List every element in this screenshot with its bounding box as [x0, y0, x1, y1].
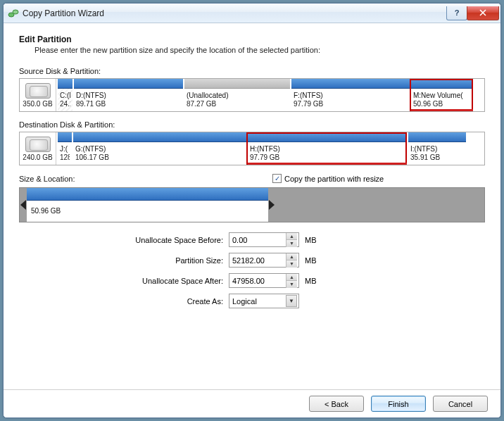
source-diskbar: 350.0 GB C:(N24.26D:(NTFS)89.71 GB(Unall… — [19, 78, 485, 112]
partition-header — [291, 79, 410, 89]
partition-body: H:(NTFS)97.79 GB — [248, 142, 407, 165]
after-field[interactable] — [229, 277, 286, 285]
spin-down-icon[interactable]: ▼ — [286, 281, 297, 288]
partition-cell[interactable]: (Unallocated)87.27 GB — [183, 79, 290, 111]
partition-header — [408, 132, 466, 142]
partition-size: 35.91 GB — [410, 153, 464, 162]
content: Edit Partition Please enter the new part… — [4, 23, 500, 389]
partition-body: D:(NTFS)89.71 GB — [74, 89, 183, 111]
selection-indicator — [411, 109, 473, 111]
hdd-icon — [25, 137, 51, 152]
before-field[interactable] — [229, 236, 286, 244]
partition-label: D:(NTFS) — [76, 92, 181, 100]
resize-handle-left[interactable] — [20, 188, 27, 222]
partition-header — [248, 132, 407, 142]
create-as-select[interactable]: Logical ▼ — [229, 294, 299, 308]
size-input[interactable]: ▲▼ — [229, 253, 299, 268]
window-buttons: ? — [447, 6, 499, 20]
unit-label: MB — [305, 277, 317, 285]
checkbox-icon: ✓ — [272, 174, 282, 183]
size-label: Partition Size: — [118, 256, 223, 265]
partition-label: I:(NTFS) — [410, 145, 464, 153]
copy-resize-checkbox[interactable]: ✓ Copy the partition with resize — [272, 174, 384, 183]
partition-cell[interactable]: D:(NTFS)89.71 GB — [73, 79, 183, 111]
spin-up-icon[interactable]: ▲ — [286, 253, 297, 260]
partition-header — [58, 132, 72, 142]
partition-label: H:(NTFS) — [250, 145, 405, 153]
resize-bar[interactable]: 50.96 GB — [19, 187, 485, 222]
partition-cell[interactable]: M:New Volume(50.96 GB — [410, 79, 473, 111]
partition-cell[interactable]: F:(NTFS)97.79 GB — [290, 79, 410, 111]
partition-header — [58, 79, 73, 89]
resize-value: 50.96 GB — [31, 207, 264, 215]
partition-size: 89.71 GB — [76, 100, 181, 108]
partition-cell[interactable]: C:(N24.26 — [56, 79, 73, 111]
cancel-button[interactable]: Cancel — [433, 396, 488, 412]
close-button[interactable] — [467, 6, 499, 20]
partition-cell[interactable]: J:(128 — [56, 132, 72, 165]
partition-label: G:(NTFS) — [75, 145, 244, 153]
partition-header — [27, 188, 268, 201]
partition-size: 87.27 GB — [187, 100, 288, 108]
partition-cell[interactable]: G:(NTFS)106.17 GB — [72, 132, 246, 165]
hdd-icon — [25, 83, 51, 99]
dest-label: Destination Disk & Partition: — [19, 120, 485, 129]
partition-body: 50.96 GB — [27, 201, 268, 222]
partition-body: (Unallocated)87.27 GB — [184, 89, 290, 111]
size-location-label: Size & Location: — [19, 175, 272, 183]
back-button[interactable]: < Back — [309, 396, 364, 412]
partition-size: 106.17 GB — [75, 153, 244, 162]
source-disk-cell: 350.0 GB — [20, 79, 56, 111]
before-input[interactable]: ▲▼ — [229, 232, 299, 247]
create-as-value: Logical — [232, 297, 257, 306]
partition-label: (Unallocated) — [187, 92, 288, 100]
svg-point-1 — [13, 10, 18, 14]
titlebar[interactable]: Copy Partition Wizard ? — [4, 4, 500, 23]
resize-partition: 50.96 GB — [27, 188, 268, 222]
partition-body: M:New Volume(50.96 GB — [411, 89, 473, 111]
form: Unallocate Space Before: ▲▼ MB Partition… — [118, 232, 485, 308]
resize-handle-right[interactable] — [268, 188, 275, 222]
partition-body: C:(N24.26 — [58, 89, 73, 111]
finish-button[interactable]: Finish — [371, 396, 426, 412]
page-title: Edit Partition — [19, 34, 485, 44]
partition-size: 97.79 GB — [250, 153, 405, 162]
chevron-down-icon[interactable]: ▼ — [286, 295, 297, 307]
partition-body: I:(NTFS)35.91 GB — [408, 142, 466, 165]
partition-label: M:New Volume( — [413, 92, 471, 100]
partition-label: J:( — [60, 145, 70, 153]
partition-header — [73, 132, 246, 142]
after-label: Unallocate Space After: — [118, 277, 223, 285]
dest-disk-cell: 240.0 GB — [20, 132, 56, 165]
spin-up-icon[interactable]: ▲ — [286, 274, 297, 281]
partition-size: 128 — [60, 153, 70, 162]
unit-label: MB — [305, 236, 317, 244]
partition-header — [74, 79, 183, 89]
page-subtitle: Please enter the new partition size and … — [34, 46, 485, 54]
partition-label: F:(NTFS) — [294, 92, 408, 100]
spin-down-icon[interactable]: ▼ — [286, 240, 297, 247]
partition-cell[interactable]: H:(NTFS)97.79 GB — [246, 132, 407, 165]
dest-disk-size: 240.0 GB — [23, 153, 52, 161]
partition-size: 50.96 GB — [413, 100, 471, 108]
selection-indicator — [248, 163, 407, 165]
create-as-label: Create As: — [118, 297, 223, 306]
after-input[interactable]: ▲▼ — [229, 273, 299, 288]
partition-body: J:(128 — [58, 142, 72, 165]
size-field[interactable] — [229, 256, 286, 265]
copy-resize-label: Copy the partition with resize — [284, 175, 384, 183]
wizard-window: Copy Partition Wizard ? Edit Partition P… — [3, 3, 501, 418]
before-label: Unallocate Space Before: — [118, 236, 223, 244]
help-button[interactable]: ? — [446, 6, 467, 20]
unit-label: MB — [305, 256, 317, 265]
partition-body: G:(NTFS)106.17 GB — [73, 142, 246, 165]
source-disk-size: 350.0 GB — [23, 100, 52, 108]
spin-down-icon[interactable]: ▼ — [286, 260, 297, 268]
partition-label: C:(N — [60, 92, 70, 100]
partition-size: 97.79 GB — [294, 100, 408, 108]
partition-cell[interactable]: I:(NTFS)35.91 GB — [407, 132, 466, 165]
spin-up-icon[interactable]: ▲ — [286, 233, 297, 240]
partition-body: F:(NTFS)97.79 GB — [291, 89, 410, 111]
window-title: Copy Partition Wizard — [23, 8, 447, 18]
partition-size: 24.26 — [60, 100, 70, 108]
